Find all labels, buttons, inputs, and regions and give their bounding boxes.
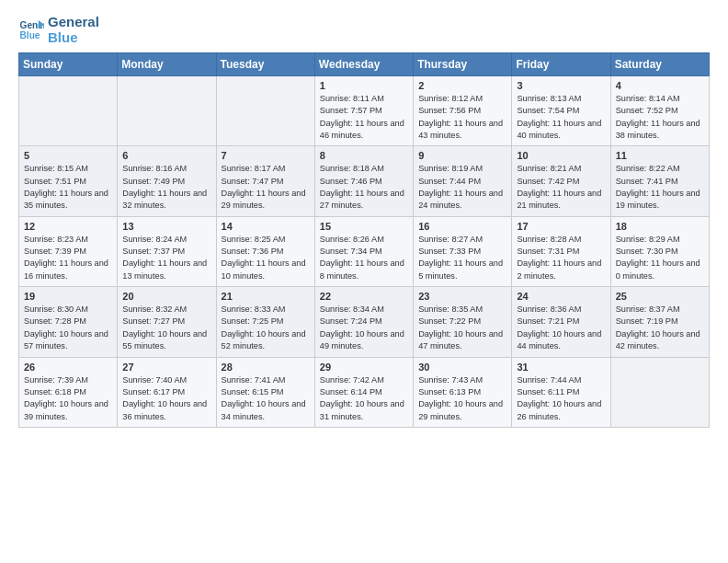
day-cell: 31Sunrise: 7:44 AM Sunset: 6:11 PM Dayli… bbox=[512, 357, 610, 427]
day-info: Sunrise: 8:27 AM Sunset: 7:33 PM Dayligh… bbox=[418, 234, 507, 282]
day-number: 8 bbox=[320, 150, 409, 161]
logo-blue: Blue bbox=[48, 30, 99, 46]
day-info: Sunrise: 8:23 AM Sunset: 7:39 PM Dayligh… bbox=[24, 234, 113, 282]
day-cell: 8Sunrise: 8:18 AM Sunset: 7:46 PM Daylig… bbox=[314, 146, 413, 216]
day-cell: 18Sunrise: 8:29 AM Sunset: 7:30 PM Dayli… bbox=[610, 216, 709, 286]
day-number: 31 bbox=[517, 362, 606, 373]
day-cell: 22Sunrise: 8:34 AM Sunset: 7:24 PM Dayli… bbox=[314, 287, 413, 357]
day-cell: 11Sunrise: 8:22 AM Sunset: 7:41 PM Dayli… bbox=[610, 146, 709, 216]
day-info: Sunrise: 8:32 AM Sunset: 7:27 PM Dayligh… bbox=[122, 304, 211, 352]
day-number: 6 bbox=[122, 150, 211, 161]
day-cell: 29Sunrise: 7:42 AM Sunset: 6:14 PM Dayli… bbox=[314, 357, 413, 427]
day-header-thursday: Thursday bbox=[414, 53, 512, 76]
day-number: 13 bbox=[122, 221, 211, 232]
day-info: Sunrise: 8:16 AM Sunset: 7:49 PM Dayligh… bbox=[122, 163, 211, 212]
day-number: 1 bbox=[320, 80, 409, 91]
day-info: Sunrise: 8:21 AM Sunset: 7:42 PM Dayligh… bbox=[517, 163, 606, 212]
day-cell: 16Sunrise: 8:27 AM Sunset: 7:33 PM Dayli… bbox=[414, 216, 512, 286]
day-number: 15 bbox=[320, 221, 409, 232]
day-info: Sunrise: 8:19 AM Sunset: 7:44 PM Dayligh… bbox=[418, 163, 507, 212]
day-cell: 4Sunrise: 8:14 AM Sunset: 7:52 PM Daylig… bbox=[610, 76, 709, 146]
day-cell: 30Sunrise: 7:43 AM Sunset: 6:13 PM Dayli… bbox=[414, 357, 512, 427]
day-cell: 1Sunrise: 8:11 AM Sunset: 7:57 PM Daylig… bbox=[314, 76, 413, 146]
day-cell: 5Sunrise: 8:15 AM Sunset: 7:51 PM Daylig… bbox=[19, 146, 118, 216]
week-row-3: 12Sunrise: 8:23 AM Sunset: 7:39 PM Dayli… bbox=[19, 216, 710, 286]
day-info: Sunrise: 7:42 AM Sunset: 6:14 PM Dayligh… bbox=[320, 374, 409, 423]
day-header-wednesday: Wednesday bbox=[314, 53, 413, 76]
day-number: 14 bbox=[222, 221, 311, 232]
week-row-5: 26Sunrise: 7:39 AM Sunset: 6:18 PM Dayli… bbox=[19, 357, 710, 427]
day-info: Sunrise: 8:36 AM Sunset: 7:21 PM Dayligh… bbox=[517, 304, 606, 352]
day-header-tuesday: Tuesday bbox=[216, 53, 314, 76]
day-info: Sunrise: 8:29 AM Sunset: 7:30 PM Dayligh… bbox=[616, 234, 705, 282]
day-cell: 6Sunrise: 8:16 AM Sunset: 7:49 PM Daylig… bbox=[118, 146, 216, 216]
week-row-1: 1Sunrise: 8:11 AM Sunset: 7:57 PM Daylig… bbox=[19, 76, 710, 146]
day-number: 21 bbox=[222, 291, 311, 302]
logo-general: General bbox=[48, 15, 99, 30]
header: General Blue General Blue bbox=[18, 15, 710, 45]
day-info: Sunrise: 7:44 AM Sunset: 6:11 PM Dayligh… bbox=[517, 374, 606, 423]
day-header-friday: Friday bbox=[512, 53, 610, 76]
day-cell: 3Sunrise: 8:13 AM Sunset: 7:54 PM Daylig… bbox=[512, 76, 610, 146]
day-number: 27 bbox=[122, 362, 211, 373]
day-info: Sunrise: 8:30 AM Sunset: 7:28 PM Dayligh… bbox=[24, 304, 113, 352]
day-number: 4 bbox=[616, 80, 705, 91]
page: General Blue General Blue SundayMondayTu… bbox=[0, 0, 728, 563]
day-number: 3 bbox=[517, 80, 606, 91]
day-number: 30 bbox=[418, 362, 507, 373]
day-number: 20 bbox=[122, 291, 211, 302]
day-info: Sunrise: 7:40 AM Sunset: 6:17 PM Dayligh… bbox=[122, 374, 211, 423]
day-cell: 20Sunrise: 8:32 AM Sunset: 7:27 PM Dayli… bbox=[118, 287, 216, 357]
day-cell bbox=[19, 76, 118, 146]
day-info: Sunrise: 8:24 AM Sunset: 7:37 PM Dayligh… bbox=[122, 234, 211, 282]
day-info: Sunrise: 8:14 AM Sunset: 7:52 PM Dayligh… bbox=[616, 93, 705, 142]
day-info: Sunrise: 8:18 AM Sunset: 7:46 PM Dayligh… bbox=[320, 163, 409, 212]
day-header-saturday: Saturday bbox=[610, 53, 709, 76]
day-info: Sunrise: 8:34 AM Sunset: 7:24 PM Dayligh… bbox=[320, 304, 409, 352]
day-info: Sunrise: 8:22 AM Sunset: 7:41 PM Dayligh… bbox=[616, 163, 705, 212]
day-info: Sunrise: 8:25 AM Sunset: 7:36 PM Dayligh… bbox=[222, 234, 311, 282]
day-number: 24 bbox=[517, 291, 606, 302]
day-cell: 26Sunrise: 7:39 AM Sunset: 6:18 PM Dayli… bbox=[19, 357, 118, 427]
week-row-4: 19Sunrise: 8:30 AM Sunset: 7:28 PM Dayli… bbox=[19, 287, 710, 357]
day-info: Sunrise: 8:26 AM Sunset: 7:34 PM Dayligh… bbox=[320, 234, 409, 282]
day-number: 23 bbox=[418, 291, 507, 302]
day-number: 7 bbox=[222, 150, 311, 161]
day-info: Sunrise: 7:39 AM Sunset: 6:18 PM Dayligh… bbox=[24, 374, 113, 423]
day-header-monday: Monday bbox=[118, 53, 216, 76]
day-info: Sunrise: 8:11 AM Sunset: 7:57 PM Dayligh… bbox=[320, 93, 409, 142]
day-cell: 27Sunrise: 7:40 AM Sunset: 6:17 PM Dayli… bbox=[118, 357, 216, 427]
day-cell: 17Sunrise: 8:28 AM Sunset: 7:31 PM Dayli… bbox=[512, 216, 610, 286]
day-number: 17 bbox=[517, 221, 606, 232]
calendar-table: SundayMondayTuesdayWednesdayThursdayFrid… bbox=[18, 52, 710, 428]
day-number: 16 bbox=[418, 221, 507, 232]
day-number: 2 bbox=[418, 80, 507, 91]
day-cell: 10Sunrise: 8:21 AM Sunset: 7:42 PM Dayli… bbox=[512, 146, 610, 216]
day-info: Sunrise: 8:12 AM Sunset: 7:56 PM Dayligh… bbox=[418, 93, 507, 142]
day-header-sunday: Sunday bbox=[19, 53, 118, 76]
day-number: 5 bbox=[24, 150, 113, 161]
day-number: 22 bbox=[320, 291, 409, 302]
svg-text:Blue: Blue bbox=[20, 30, 40, 40]
logo-icon: General Blue bbox=[18, 17, 44, 43]
day-cell: 7Sunrise: 8:17 AM Sunset: 7:47 PM Daylig… bbox=[216, 146, 314, 216]
day-number: 25 bbox=[616, 291, 705, 302]
day-number: 28 bbox=[222, 362, 311, 373]
day-info: Sunrise: 8:33 AM Sunset: 7:25 PM Dayligh… bbox=[222, 304, 311, 352]
day-cell: 13Sunrise: 8:24 AM Sunset: 7:37 PM Dayli… bbox=[118, 216, 216, 286]
day-cell: 19Sunrise: 8:30 AM Sunset: 7:28 PM Dayli… bbox=[19, 287, 118, 357]
day-number: 11 bbox=[616, 150, 705, 161]
day-info: Sunrise: 8:17 AM Sunset: 7:47 PM Dayligh… bbox=[222, 163, 311, 212]
day-number: 26 bbox=[24, 362, 113, 373]
day-cell: 24Sunrise: 8:36 AM Sunset: 7:21 PM Dayli… bbox=[512, 287, 610, 357]
day-cell bbox=[610, 357, 709, 427]
day-cell bbox=[118, 76, 216, 146]
logo: General Blue General Blue bbox=[18, 15, 99, 45]
day-cell: 2Sunrise: 8:12 AM Sunset: 7:56 PM Daylig… bbox=[414, 76, 512, 146]
day-number: 29 bbox=[320, 362, 409, 373]
day-number: 12 bbox=[24, 221, 113, 232]
day-cell: 23Sunrise: 8:35 AM Sunset: 7:22 PM Dayli… bbox=[414, 287, 512, 357]
week-row-2: 5Sunrise: 8:15 AM Sunset: 7:51 PM Daylig… bbox=[19, 146, 710, 216]
day-cell: 15Sunrise: 8:26 AM Sunset: 7:34 PM Dayli… bbox=[314, 216, 413, 286]
day-info: Sunrise: 8:35 AM Sunset: 7:22 PM Dayligh… bbox=[418, 304, 507, 352]
